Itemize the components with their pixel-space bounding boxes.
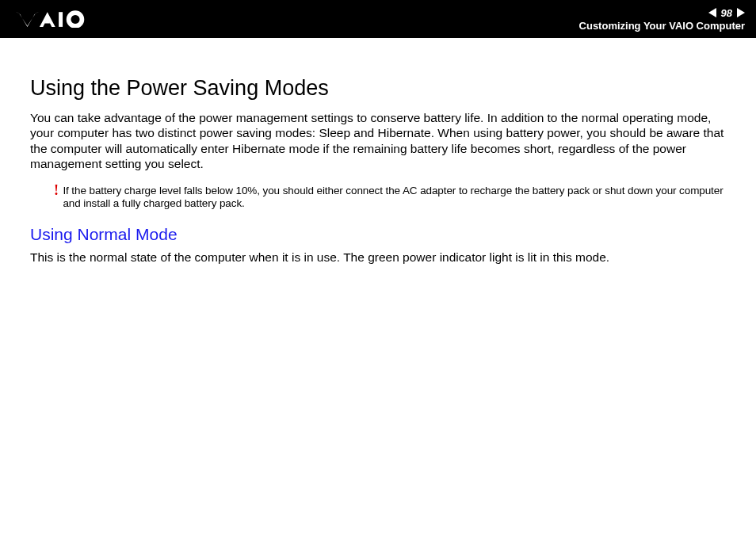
prev-page-icon[interactable] — [708, 8, 716, 17]
page-title: Using the Power Saving Modes — [30, 76, 726, 101]
warning-block: ! If the battery charge level falls belo… — [30, 185, 726, 212]
subsection-text: This is the normal state of the computer… — [30, 250, 726, 265]
subsection-title: Using Normal Mode — [30, 225, 726, 244]
page-navigation: 98 — [708, 7, 745, 19]
header-right: 98 Customizing Your VAIO Computer — [579, 7, 745, 32]
page-content: Using the Power Saving Modes You can tak… — [0, 38, 756, 265]
warning-icon: ! — [54, 183, 61, 197]
intro-paragraph: You can take advantage of the power mana… — [30, 110, 726, 172]
section-label: Customizing Your VAIO Computer — [579, 20, 745, 32]
warning-text: If the battery charge level falls below … — [63, 185, 726, 212]
document-header: 98 Customizing Your VAIO Computer — [0, 0, 756, 38]
svg-rect-0 — [59, 12, 63, 27]
page-number: 98 — [720, 7, 734, 19]
next-page-icon[interactable] — [737, 8, 745, 17]
vaio-logo — [14, 10, 101, 28]
